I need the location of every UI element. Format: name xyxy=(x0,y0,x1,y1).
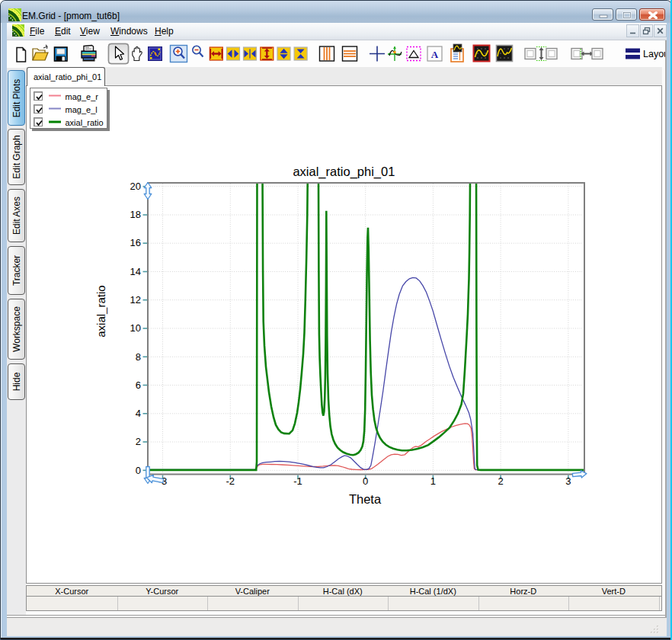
svg-text:2: 2 xyxy=(498,475,503,487)
svg-text:6: 6 xyxy=(136,379,141,391)
svg-text:Theta: Theta xyxy=(349,492,382,506)
svg-text:2: 2 xyxy=(136,436,141,447)
svg-text:A: A xyxy=(431,49,439,60)
svg-text:14: 14 xyxy=(130,266,141,277)
svg-text:0: 0 xyxy=(136,465,141,476)
svg-text:10: 10 xyxy=(130,322,141,334)
svg-text:18: 18 xyxy=(130,209,141,220)
svg-text:4: 4 xyxy=(136,408,141,419)
svg-text:20: 20 xyxy=(130,181,141,192)
svg-text:-1: -1 xyxy=(293,475,302,487)
svg-text:Layout: Layout xyxy=(643,49,667,59)
svg-text:12: 12 xyxy=(130,294,141,306)
svg-text:0: 0 xyxy=(363,475,368,487)
svg-text:16: 16 xyxy=(130,237,141,248)
svg-text:axial_ratio_phi_01: axial_ratio_phi_01 xyxy=(293,165,395,179)
svg-text:3: 3 xyxy=(565,475,571,487)
svg-text:axial_ratio: axial_ratio xyxy=(95,285,108,337)
svg-text:1: 1 xyxy=(430,475,436,487)
svg-text:8: 8 xyxy=(136,351,141,363)
svg-text:-2: -2 xyxy=(226,475,235,487)
